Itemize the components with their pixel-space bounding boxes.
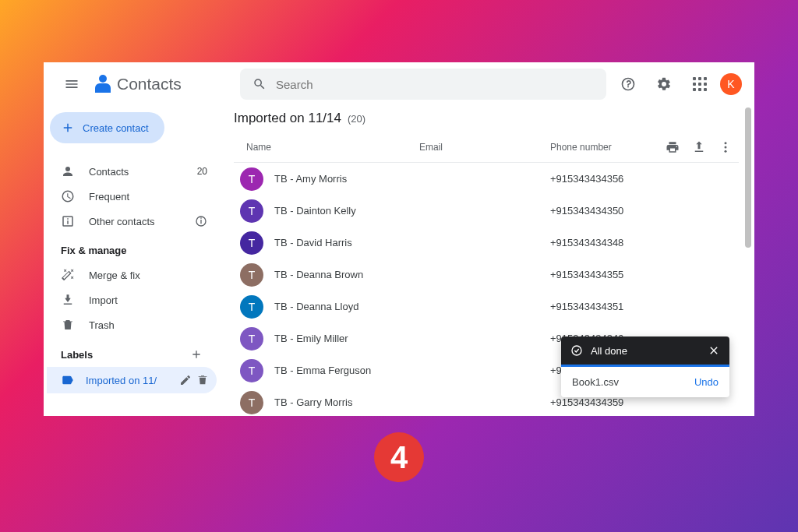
contact-phone: +915343434359 (550, 396, 733, 408)
header: Contacts K (44, 62, 754, 106)
sidebar-item-label: Merge & fix (89, 270, 140, 281)
edit-label-button[interactable] (179, 374, 192, 386)
sidebar-item-merge[interactable]: Merge & fix (47, 262, 217, 287)
sidebar-item-label: Import (89, 294, 118, 306)
contact-phone: +915343434355 (550, 269, 733, 280)
undo-button[interactable]: Undo (694, 376, 719, 388)
download-icon (61, 293, 75, 307)
scrollbar[interactable] (745, 107, 751, 413)
contacts-count: 20 (197, 166, 207, 177)
wand-icon (61, 268, 75, 282)
contact-phone: +915343434356 (550, 173, 733, 185)
contact-name: TB - David Harris (274, 237, 419, 248)
column-header: Name Email Phone number (234, 136, 739, 163)
contact-avatar: T (240, 263, 263, 287)
logo-area: Contacts (94, 75, 234, 93)
contact-avatar: T (240, 327, 263, 351)
sidebar-item-import[interactable]: Import (47, 287, 217, 312)
section-labels: Labels (47, 337, 217, 367)
account-avatar[interactable]: K (720, 73, 742, 95)
sidebar-item-label: Frequent (89, 191, 129, 203)
sidebar-item-frequent[interactable]: Frequent (47, 184, 217, 209)
toast-title: All done (591, 345, 627, 357)
export-button[interactable] (692, 140, 706, 154)
col-name[interactable]: Name (240, 142, 419, 153)
contact-name: TB - Deanna Lloyd (274, 301, 419, 312)
box-icon (61, 214, 75, 228)
search-input[interactable] (276, 78, 594, 91)
contact-avatar: T (240, 199, 263, 223)
trash-icon (61, 318, 75, 332)
contact-row[interactable]: T TB - Deanna Lloyd +915343434351 (234, 291, 739, 322)
app-title: Contacts (117, 75, 182, 93)
contact-name: TB - Garry Morris (274, 396, 419, 408)
help-button[interactable] (613, 69, 644, 100)
col-email[interactable]: Email (419, 142, 550, 153)
app-window: Contacts K Create contact Contacts 20 (44, 62, 754, 416)
step-number: 4 (390, 440, 408, 475)
toast-file: Book1.csv (572, 376, 619, 388)
contact-avatar: T (240, 391, 263, 414)
delete-label-button[interactable] (196, 374, 209, 386)
contact-row[interactable]: T TB - Amy Morris +915343434356 (234, 163, 739, 195)
svg-point-2 (725, 150, 727, 153)
sidebar-item-trash[interactable]: Trash (47, 312, 217, 337)
sidebar-item-label: Other contacts (89, 216, 155, 227)
sidebar-item-label: Trash (89, 319, 115, 331)
col-phone[interactable]: Phone number (550, 142, 666, 153)
sidebar-item-label: Contacts (89, 166, 129, 178)
person-icon (61, 164, 75, 178)
label-text: Imported on 11/ (86, 375, 157, 386)
contact-phone: +915343434350 (550, 205, 733, 217)
label-icon (61, 373, 75, 387)
page-title: Imported on 11/14 (20) (234, 111, 739, 126)
contact-avatar: T (240, 167, 263, 191)
contact-phone: +915343434348 (550, 237, 733, 248)
contact-phone: +915343434351 (550, 301, 733, 312)
sidebar-item-other[interactable]: Other contacts (47, 209, 217, 234)
settings-button[interactable] (648, 69, 680, 100)
contact-name: TB - Dainton Kelly (274, 205, 419, 217)
plus-icon (61, 121, 75, 135)
contact-name: TB - Emily Miller (274, 333, 419, 344)
contact-avatar: T (240, 359, 263, 382)
menu-button[interactable] (56, 69, 87, 100)
header-right: K (613, 69, 742, 100)
contact-row[interactable]: T TB - Dainton Kelly +915343434350 (234, 195, 739, 227)
clock-icon (61, 189, 75, 203)
sidebar-item-contacts[interactable]: Contacts 20 (47, 159, 217, 184)
contact-row[interactable]: T TB - Deanna Brown +915343434355 (234, 259, 739, 291)
toast-body: Book1.csv Undo (561, 367, 729, 397)
toast-header: All done (561, 336, 729, 365)
label-imported[interactable]: Imported on 11/ (47, 367, 217, 393)
toast-notification: All done Book1.csv Undo (561, 336, 729, 397)
sidebar: Create contact Contacts 20 Frequent Othe… (44, 106, 223, 416)
search-icon (252, 77, 267, 91)
contact-name: TB - Emma Ferguson (274, 365, 419, 376)
toast-close-button[interactable] (708, 344, 720, 357)
search-bar[interactable] (240, 69, 606, 100)
contact-avatar: T (240, 295, 263, 319)
more-button[interactable] (719, 140, 733, 154)
svg-point-0 (725, 142, 727, 144)
create-contact-label: Create contact (83, 122, 149, 134)
contact-name: TB - Deanna Brown (274, 269, 419, 280)
step-badge: 4 (374, 432, 424, 482)
contact-name: TB - Amy Morris (274, 173, 419, 185)
contact-row[interactable]: T TB - David Harris +915343434348 (234, 227, 739, 259)
check-circle-icon (570, 344, 583, 357)
apps-button[interactable] (684, 69, 715, 100)
contact-avatar: T (240, 231, 263, 255)
info-icon[interactable] (195, 215, 207, 227)
section-fix-manage: Fix & manage (47, 234, 217, 262)
create-contact-button[interactable]: Create contact (50, 112, 164, 143)
add-label-button[interactable] (190, 348, 203, 361)
svg-point-1 (725, 146, 727, 149)
contacts-logo-icon (94, 75, 112, 93)
contact-count: (20) (348, 113, 365, 125)
svg-point-3 (572, 346, 581, 355)
apps-icon (693, 77, 707, 91)
print-button[interactable] (666, 140, 680, 154)
